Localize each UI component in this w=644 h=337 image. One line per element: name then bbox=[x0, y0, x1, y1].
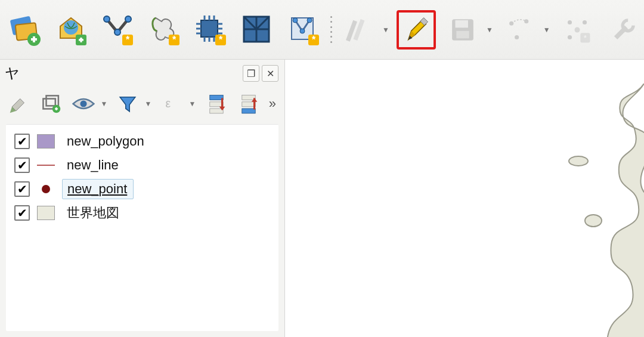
dropdown-arrow-icon: ▼ bbox=[543, 26, 550, 34]
toolbar-separator bbox=[330, 15, 332, 45]
svg-point-62 bbox=[80, 100, 87, 107]
data-source-group: * * * bbox=[5, 10, 323, 50]
layers-tree[interactable]: ✔ new_polygon ✔ new_line ✔ new_point ✔ bbox=[6, 124, 278, 331]
vertex-tool-button: * bbox=[558, 10, 597, 50]
layers-panel-title: ヤ bbox=[5, 64, 20, 83]
svg-rect-65 bbox=[209, 102, 222, 107]
layer-row-polygon[interactable]: ✔ new_polygon bbox=[11, 129, 276, 153]
check-icon: ✔ bbox=[17, 207, 27, 219]
svg-rect-66 bbox=[209, 109, 222, 113]
svg-rect-64 bbox=[209, 95, 222, 100]
layer-symbol-icon bbox=[37, 165, 55, 166]
svg-point-71 bbox=[585, 215, 602, 227]
layer-label: 世界地図 bbox=[67, 205, 119, 220]
layer-label: new_point bbox=[67, 181, 127, 196]
layer-row-worldmap[interactable]: ✔ 世界地図 bbox=[11, 201, 276, 225]
layer-symbol-icon bbox=[37, 206, 55, 220]
svg-rect-60 bbox=[47, 95, 58, 106]
new-geopackage-layer-button[interactable]: * bbox=[98, 10, 137, 50]
current-edits-button[interactable] bbox=[339, 10, 379, 50]
layer-visibility-checkbox[interactable]: ✔ bbox=[14, 205, 30, 221]
filter-expression-button[interactable]: ε bbox=[160, 91, 184, 116]
content-area: ヤ ❐ ✕ ▼ ▼ ε ▼ bbox=[0, 60, 644, 337]
layer-row-line[interactable]: ✔ new_line bbox=[11, 153, 276, 177]
new-gpu-layer-button[interactable]: * bbox=[191, 10, 230, 50]
dropdown-arrow-icon[interactable]: ▼ bbox=[100, 100, 107, 108]
layers-panel: ヤ ❐ ✕ ▼ ▼ ε ▼ bbox=[0, 60, 285, 337]
open-layer-styling-button[interactable] bbox=[7, 91, 31, 116]
svg-rect-4 bbox=[33, 36, 35, 42]
check-icon: ✔ bbox=[17, 159, 27, 171]
expand-all-button[interactable] bbox=[204, 91, 228, 116]
new-virtual-layer-button[interactable] bbox=[237, 10, 277, 50]
new-memory-layer-button[interactable]: * bbox=[144, 10, 184, 50]
svg-rect-48 bbox=[456, 30, 469, 38]
svg-point-7 bbox=[104, 16, 110, 22]
map-canvas[interactable] bbox=[285, 60, 644, 337]
layer-row-point[interactable]: ✔ new_point bbox=[11, 177, 276, 201]
svg-rect-69 bbox=[242, 109, 255, 113]
svg-point-54 bbox=[568, 35, 572, 39]
layer-label: new_line bbox=[67, 157, 119, 172]
svg-rect-14 bbox=[201, 20, 218, 37]
svg-point-51 bbox=[515, 35, 519, 39]
svg-text:*: * bbox=[126, 35, 130, 45]
svg-text:ε: ε bbox=[166, 97, 171, 110]
new-mesh-layer-button[interactable]: * bbox=[284, 10, 323, 50]
collapse-all-button[interactable] bbox=[237, 91, 261, 116]
svg-text:*: * bbox=[219, 35, 223, 45]
layer-label: new_polygon bbox=[67, 134, 144, 149]
dropdown-arrow-icon[interactable]: ▼ bbox=[382, 26, 389, 34]
add-group-button[interactable] bbox=[39, 91, 63, 116]
svg-point-52 bbox=[568, 20, 572, 24]
svg-point-9 bbox=[114, 29, 120, 35]
dropdown-arrow-icon[interactable]: ▼ bbox=[145, 100, 152, 108]
filter-legend-button[interactable] bbox=[116, 91, 140, 116]
add-feature-button bbox=[500, 10, 540, 50]
check-icon: ✔ bbox=[17, 183, 27, 195]
main-toolbar: * * * bbox=[0, 0, 644, 60]
svg-rect-47 bbox=[455, 20, 467, 27]
digitizing-group: ▼ ▼ ▼ bbox=[339, 10, 643, 50]
svg-text:*: * bbox=[172, 35, 177, 45]
svg-point-8 bbox=[125, 16, 131, 22]
svg-text:*: * bbox=[583, 33, 586, 42]
dropdown-arrow-icon[interactable]: ▼ bbox=[189, 100, 196, 108]
modify-attributes-button bbox=[604, 10, 643, 50]
layer-symbol-icon bbox=[37, 134, 55, 149]
new-spatialite-layer-button[interactable] bbox=[51, 10, 91, 50]
panel-toolbar-more[interactable]: » bbox=[269, 96, 277, 112]
panel-close-button[interactable]: ✕ bbox=[262, 65, 278, 82]
save-layer-edits-button bbox=[443, 10, 482, 50]
svg-rect-67 bbox=[242, 95, 255, 100]
close-icon: ✕ bbox=[267, 68, 274, 79]
svg-point-50 bbox=[524, 19, 528, 23]
check-icon: ✔ bbox=[17, 135, 27, 147]
svg-point-53 bbox=[583, 20, 587, 24]
layer-symbol-icon bbox=[42, 185, 50, 193]
svg-point-35 bbox=[293, 18, 298, 23]
manage-visibility-button[interactable] bbox=[72, 91, 95, 116]
layer-visibility-checkbox[interactable]: ✔ bbox=[14, 181, 30, 197]
panel-restore-button[interactable]: ❐ bbox=[243, 65, 259, 82]
toggle-editing-button[interactable] bbox=[397, 10, 436, 50]
svg-point-70 bbox=[569, 156, 588, 166]
map-land-shape bbox=[489, 84, 644, 337]
layer-visibility-checkbox[interactable]: ✔ bbox=[14, 134, 30, 149]
svg-point-37 bbox=[300, 29, 305, 33]
layers-panel-toolbar: ▼ ▼ ε ▼ » bbox=[0, 86, 284, 124]
dropdown-arrow-icon: ▼ bbox=[486, 26, 493, 34]
new-vector-layer-button[interactable] bbox=[5, 10, 44, 50]
svg-point-56 bbox=[574, 27, 580, 32]
restore-icon: ❐ bbox=[247, 68, 255, 79]
svg-text:*: * bbox=[312, 35, 316, 45]
layers-panel-header: ヤ ❐ ✕ bbox=[0, 60, 284, 86]
svg-rect-68 bbox=[242, 102, 255, 107]
svg-point-36 bbox=[307, 18, 312, 23]
layer-visibility-checkbox[interactable]: ✔ bbox=[14, 157, 30, 173]
